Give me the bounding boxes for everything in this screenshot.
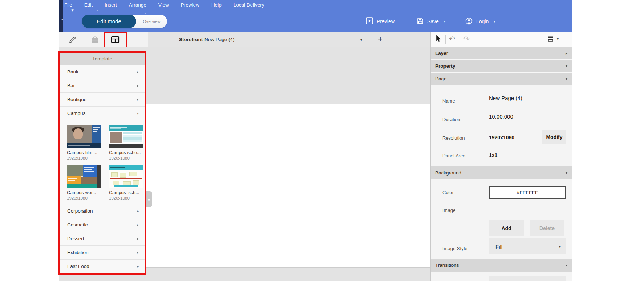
- chevron-right-icon: ▸: [137, 237, 139, 241]
- thumbnail-size: 1920x1080: [67, 156, 101, 160]
- panel-area-label: Panel Area: [442, 153, 466, 158]
- section-transitions[interactable]: Transitions ▾: [431, 259, 572, 272]
- thumbnail-size: 1920x1080: [67, 196, 101, 200]
- login-user-icon: [465, 17, 473, 26]
- background-section-body: Color #FFFFFF Image Add Delete Image Sty…: [431, 179, 572, 259]
- template-layout-tool-button[interactable]: [111, 35, 120, 44]
- align-caret-icon[interactable]: ▾: [557, 37, 559, 41]
- thumbnail-image: [67, 125, 101, 148]
- menu-view[interactable]: View: [158, 2, 169, 8]
- properties-panel: ↶ ↷ ▾ Layer ▸ Property ▾ Page ▾: [430, 32, 572, 281]
- menu-local-delivery[interactable]: Local Delivery: [234, 2, 264, 8]
- color-label: Color: [442, 190, 454, 195]
- menu-file[interactable]: File: [64, 2, 72, 8]
- category-dessert[interactable]: Dessert ▸: [60, 232, 145, 245]
- category-cosmetic[interactable]: Cosmetic ▸: [60, 218, 145, 232]
- chevron-down-icon: ▾: [566, 77, 567, 81]
- redo-button[interactable]: ↷: [463, 35, 470, 43]
- template-thumb-campus-sch[interactable]: Campus_sch... 1920x1080: [109, 165, 143, 200]
- delete-image-button[interactable]: Delete: [530, 220, 564, 236]
- screenshot-stage: ✶ ✶ File Edit Insert Arrange View Prewie…: [0, 0, 644, 281]
- section-page[interactable]: Page ▾: [431, 73, 572, 85]
- name-label: Name: [442, 98, 455, 104]
- section-title: Background: [435, 170, 461, 176]
- modify-button[interactable]: Modify: [542, 130, 566, 144]
- category-label: Boutique: [67, 97, 86, 102]
- thumbnail-name: Campus-wor...: [67, 190, 101, 195]
- save-label: Save: [427, 19, 439, 24]
- chevron-down-icon: ▾: [566, 64, 567, 68]
- category-label: Bank: [67, 69, 78, 75]
- category-campus[interactable]: Campus ▾: [60, 106, 145, 120]
- background-color-input[interactable]: #FFFFFF: [489, 186, 566, 199]
- chevron-right-icon: ▸: [137, 209, 139, 213]
- category-bar[interactable]: Bar ▸: [60, 79, 145, 92]
- chevron-down-icon: ▾: [566, 171, 567, 175]
- menu-bar: File Edit Insert Arrange View Prewiew He…: [64, 0, 264, 10]
- properties-toolbar: ↶ ↷ ▾: [431, 32, 572, 47]
- category-bank[interactable]: Bank ▸: [60, 65, 145, 79]
- category-fast-food[interactable]: Fast Food ▸: [60, 259, 145, 273]
- input-underline: [489, 107, 566, 107]
- thumbnail-image: [109, 125, 143, 148]
- resolution-label: Resolution: [442, 135, 465, 141]
- category-boutique[interactable]: Boutique ▸: [60, 92, 145, 106]
- template-thumb-campus-film[interactable]: Campus-film ... 1920x1080: [67, 125, 101, 160]
- edit-mode-button[interactable]: Edit mode: [82, 15, 136, 28]
- template-thumb-campus-schedule[interactable]: Campus-sche... 1920x1080: [109, 125, 143, 160]
- menu-edit[interactable]: Edit: [84, 2, 93, 8]
- preview-button[interactable]: Preview: [366, 16, 395, 27]
- speck-dot: [97, 10, 98, 11]
- align-layout-button[interactable]: [546, 36, 554, 44]
- menu-preview[interactable]: Prewiew: [181, 2, 199, 8]
- category-label: Dessert: [67, 236, 84, 241]
- panel-area-value: 1x1: [489, 152, 497, 158]
- menu-insert[interactable]: Insert: [105, 2, 117, 8]
- save-caret-icon[interactable]: ▾: [444, 20, 446, 23]
- add-page-button[interactable]: +: [378, 32, 382, 47]
- section-property[interactable]: Property ▾: [431, 60, 572, 72]
- image-style-value: Fill: [495, 244, 502, 250]
- duration-input[interactable]: 10:00.000: [489, 113, 513, 120]
- thumbnail-size: 1920x1080: [109, 196, 143, 200]
- page-tab-bar: Storefront New Page (4) ▾ +: [148, 32, 430, 47]
- chevron-down-icon: ▾: [566, 263, 567, 267]
- panel-collapse-handle[interactable]: «: [146, 191, 152, 207]
- category-exhibition[interactable]: Exhibition ▸: [60, 245, 145, 259]
- briefcase-tool-button[interactable]: [90, 35, 99, 44]
- section-background[interactable]: Background ▾: [431, 166, 572, 179]
- pencil-tool-button[interactable]: [68, 35, 77, 44]
- image-style-dropdown[interactable]: Fill ▾: [489, 238, 566, 254]
- template-thumb-campus-workshop[interactable]: Campus-wor... 1920x1080: [67, 165, 101, 200]
- menu-help[interactable]: Help: [211, 2, 222, 8]
- thumbnail-name: Campus-film ...: [67, 150, 101, 155]
- chevron-right-icon: ▸: [137, 264, 139, 268]
- thumbnail-image: [67, 165, 101, 188]
- undo-button[interactable]: ↶: [449, 35, 455, 43]
- save-button[interactable]: Save ▾: [417, 16, 445, 27]
- login-caret-icon[interactable]: ▾: [494, 20, 495, 23]
- category-label: Fast Food: [67, 264, 89, 269]
- section-title: Property: [435, 63, 455, 69]
- chevron-down-icon: ▾: [137, 111, 139, 115]
- category-corporation[interactable]: Corporation ▸: [60, 204, 145, 218]
- add-image-button[interactable]: Add: [489, 220, 524, 236]
- app-header: ✶ ✶ File Edit Insert Arrange View Prewie…: [59, 0, 572, 32]
- page-canvas[interactable]: [145, 104, 430, 268]
- transition-type-dropdown[interactable]: [489, 276, 566, 281]
- tab-new-page[interactable]: New Page (4): [204, 32, 235, 47]
- page-list-caret-icon[interactable]: ▾: [360, 32, 362, 47]
- chevron-down-icon: ▾: [559, 245, 561, 249]
- login-button[interactable]: Login ▾: [465, 16, 495, 27]
- menu-arrange[interactable]: Arrange: [129, 2, 146, 8]
- page-name-input[interactable]: New Page (4): [489, 95, 522, 101]
- section-layer[interactable]: Layer ▸: [431, 47, 572, 59]
- preview-play-icon: [366, 17, 373, 25]
- template-panel-title: Template: [60, 53, 145, 65]
- tab-storefront[interactable]: Storefront: [179, 32, 203, 47]
- select-cursor-button[interactable]: [435, 35, 442, 44]
- section-title: Layer: [435, 51, 448, 56]
- star-icon: ✶: [61, 18, 64, 21]
- category-label: Bar: [67, 83, 75, 88]
- overview-mode-button[interactable]: Overview: [136, 15, 167, 28]
